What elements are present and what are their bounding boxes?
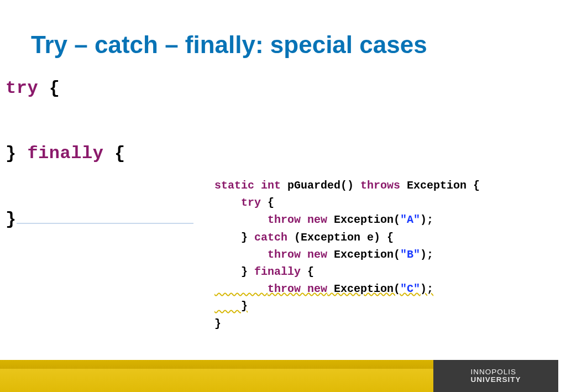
keyword-throw-new: throw new — [268, 283, 327, 295]
indent — [214, 231, 241, 244]
ctor-call: Exception( — [327, 283, 400, 295]
signature-tail: Exception { — [400, 179, 480, 192]
brace-open: { — [301, 265, 314, 278]
keyword-finally: finally — [254, 265, 301, 278]
slide-title: Try – catch – finally: special cases — [31, 31, 427, 59]
indent — [214, 213, 268, 226]
indent — [214, 196, 241, 209]
keyword-catch: catch — [254, 231, 287, 244]
brace-close-outer: } — [214, 317, 221, 330]
code-block-left: try { } finally { } — [6, 72, 193, 236]
ctor-call: Exception( — [327, 213, 400, 226]
keyword-try: try — [6, 78, 38, 98]
method-name: pGuarded() — [281, 179, 360, 192]
footer-gold-strip — [0, 360, 441, 369]
keyword-throws: throws — [360, 179, 400, 192]
keyword-throw-new: throw new — [268, 248, 327, 261]
string-literal-c: "C" — [400, 283, 420, 295]
keyword-throw-new: throw new — [268, 213, 327, 226]
innopolis-logo: INNOPOLIS UNIVERSITY — [470, 368, 521, 384]
brace-close: } — [241, 265, 254, 278]
logo-line-2: UNIVERSITY — [470, 376, 521, 384]
brace-close-inner: } — [241, 300, 248, 312]
brace-open: { — [103, 143, 125, 164]
code-block-right: static int pGuarded() throws Exception {… — [214, 177, 480, 332]
stmt-end: ); — [420, 283, 433, 295]
keyword-static-int: static int — [214, 179, 281, 192]
catch-params: (Exception e) { — [287, 231, 394, 244]
faint-underline — [17, 223, 193, 224]
stmt-end: ); — [420, 248, 433, 261]
brace-open: { — [261, 196, 274, 209]
string-literal-a: "A" — [400, 213, 420, 226]
string-literal-b: "B" — [400, 248, 420, 261]
logo-line-1: INNOPOLIS — [470, 368, 516, 376]
footer-bar: INNOPOLIS UNIVERSITY — [0, 360, 558, 392]
keyword-try: try — [241, 196, 261, 209]
footer-logo-panel: INNOPOLIS UNIVERSITY — [433, 360, 558, 392]
brace-close: } — [6, 209, 17, 229]
brace-close: } — [241, 231, 254, 244]
brace-close: } — [6, 143, 27, 164]
brace-open: { — [38, 78, 60, 98]
indent — [214, 265, 241, 278]
keyword-finally: finally — [27, 143, 103, 164]
footer-gold-main — [0, 369, 441, 392]
ctor-call: Exception( — [327, 248, 400, 261]
indent — [214, 283, 268, 295]
indent — [214, 300, 241, 312]
indent — [214, 248, 268, 261]
stmt-end: ); — [420, 213, 433, 226]
